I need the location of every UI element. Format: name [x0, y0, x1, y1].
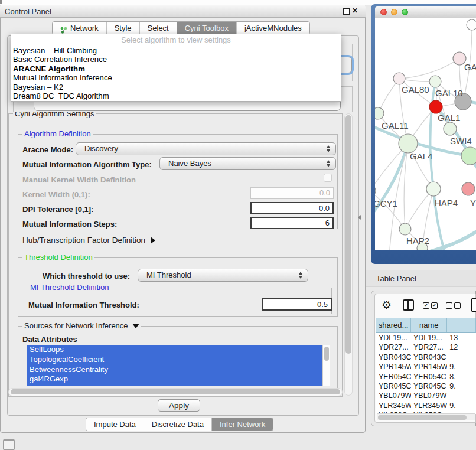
network-node-hap2[interactable] [399, 223, 411, 235]
control-panel-titlebar [0, 5, 366, 18]
document-icon[interactable] [471, 298, 476, 312]
network-node-gal1[interactable] [429, 100, 442, 113]
data-attributes-list[interactable]: SelfLoopsTopologicalCoefficientBetweenne… [27, 345, 322, 386]
table-horizontal-scrollbar[interactable] [377, 413, 475, 420]
algorithm-option[interactable]: Mutual Information Inference [11, 73, 341, 82]
tab-select[interactable]: Select [139, 22, 177, 34]
network-node[interactable] [467, 19, 476, 30]
network-node[interactable] [461, 147, 476, 165]
bottom-tab-infer-network[interactable]: Infer Network [211, 418, 273, 431]
network-canvas[interactable]: GALGAL80GAL10GAL1GAL11SWI4GAL4GCY1HAP4YH… [375, 18, 476, 250]
attribute-list-item[interactable]: TopologicalCoefficient [27, 355, 322, 365]
table-row[interactable]: YDL19...YDL19...13 [376, 333, 476, 343]
network-node-y[interactable] [462, 182, 475, 195]
table-row[interactable]: YPR145WYPR145W9. [376, 362, 476, 371]
table-row[interactable]: YBL079WYBL079W [376, 391, 476, 400]
table-column-header[interactable] [447, 318, 476, 332]
settings-vscrollbar-thumb[interactable] [345, 115, 351, 354]
tab-label: Select [148, 22, 169, 34]
settings-vertical-scrollbar[interactable] [344, 113, 353, 396]
sources-expander[interactable]: Sources for Network Inference [22, 322, 141, 330]
aracne-mode-combobox[interactable]: Discovery [76, 142, 336, 155]
combo-spinner-icon [327, 160, 330, 167]
tab-cyni-toolbox[interactable]: Cyni Toolbox [177, 22, 236, 34]
algorithm-option[interactable]: ARACNE Algorithm [11, 64, 341, 73]
mi-type-label: Mutual Information Algorithm Type: [22, 160, 152, 169]
table-row[interactable]: YBR045CYBR045C9. [376, 381, 476, 391]
table-row[interactable]: YER054CYER054C8. [376, 372, 476, 381]
attribute-list-item[interactable]: gal4RGexp [27, 374, 322, 384]
network-node-gal10[interactable] [429, 76, 441, 87]
table-cell: 13 [447, 333, 476, 343]
close-icon[interactable]: ✕ [352, 6, 358, 15]
tab-jactivemnodules[interactable]: jActiveMNodules [236, 22, 309, 34]
table-row[interactable]: YDR27...YDR27...12 [376, 343, 476, 352]
network-node-hap4[interactable] [426, 182, 441, 196]
algorithm-option[interactable]: Bayesian – K2 [11, 83, 341, 92]
collapsed-panel-icon[interactable] [3, 439, 15, 450]
table-cell: YDR27... [411, 343, 447, 352]
gear-icon[interactable]: ⚙ [382, 298, 392, 312]
sources-title: Sources for Network Inference [24, 321, 128, 330]
aracne-mode-value: Discovery [76, 143, 327, 155]
algorithm-option[interactable]: Basic Correlation Inference [11, 55, 341, 64]
network-node-swi4[interactable] [444, 122, 457, 135]
deselect-all-checkboxes-icon[interactable] [446, 302, 461, 309]
hub-definition-expander[interactable]: Hub/Transcription Factor Definition [22, 236, 155, 244]
mi-type-value: Naive Bayes [160, 158, 327, 169]
network-edge[interactable] [375, 191, 405, 229]
table-hscrollbar-thumb[interactable] [378, 415, 467, 420]
table-cell [447, 391, 476, 400]
table-cell: 9. [447, 401, 476, 410]
attributes-list-scrollbar[interactable] [322, 345, 330, 386]
network-edge[interactable] [430, 81, 435, 189]
bottom-tab-discretize-data[interactable]: Discretize Data [144, 418, 211, 431]
float-window-icon[interactable] [343, 8, 350, 15]
dpi-tolerance-field[interactable]: 0.0 [250, 202, 334, 214]
tab-network[interactable]: Network [53, 22, 106, 34]
table-column-header[interactable]: shared... [376, 318, 411, 332]
mi-type-combobox[interactable]: Naive Bayes [159, 157, 336, 170]
apply-button[interactable]: Apply [158, 399, 200, 412]
table-column-header[interactable]: name [411, 318, 447, 332]
network-node-gal4[interactable] [399, 134, 418, 153]
kernel-width-field[interactable]: 0.0 [250, 187, 334, 199]
zoom-traffic-light-icon[interactable] [402, 9, 408, 15]
network-node-label: SWI4 [450, 136, 472, 146]
algorithm-dropdown-popup: Select algorithm to view settings Bayesi… [11, 34, 341, 102]
collapsed-arrow-icon[interactable] [151, 237, 155, 244]
select-all-checkboxes-icon[interactable]: ✓ ✓ [423, 302, 438, 309]
expanded-arrow-icon[interactable] [132, 324, 139, 328]
network-edge[interactable] [375, 144, 408, 220]
table-row[interactable]: YBR043CYBR043C [376, 353, 476, 362]
close-traffic-light-icon[interactable] [380, 9, 387, 15]
mi-threshold-field[interactable]: 0.5 [262, 298, 332, 311]
tab-style[interactable]: Style [106, 22, 139, 34]
mi-steps-field[interactable]: 6 [250, 217, 334, 229]
combo-spinner-icon [299, 272, 302, 279]
threshold-definition-title: Threshold Definition [22, 253, 94, 261]
network-node-gal11[interactable] [375, 107, 384, 119]
bottom-tab-impute-data[interactable]: Impute Data [86, 418, 144, 431]
settings-hscrollbar-thumb[interactable] [11, 389, 340, 394]
network-node-gal80[interactable] [393, 73, 405, 84]
which-threshold-value: MI Threshold [138, 269, 299, 281]
network-window-titlebar[interactable] [375, 6, 476, 18]
mi-steps-label: Mutual Information Steps: [22, 220, 117, 229]
mi-threshold-definition-title: MI Threshold Definition [28, 283, 110, 291]
which-threshold-combobox[interactable]: MI Threshold [138, 269, 308, 282]
network-graph[interactable]: GALGAL80GAL10GAL1GAL11SWI4GAL4GCY1HAP4YH… [375, 18, 476, 250]
minimize-traffic-light-icon[interactable] [391, 9, 397, 15]
attribute-list-item[interactable]: BetweennessCentrality [27, 365, 322, 375]
network-edge[interactable] [399, 58, 459, 79]
algorithm-option[interactable]: Bayesian – Hill Climbing [11, 46, 341, 55]
columns-icon[interactable] [403, 299, 414, 311]
settings-horizontal-scrollbar[interactable] [8, 388, 343, 396]
attribute-list-item[interactable]: SelfLoops [27, 345, 322, 355]
attributes-scrollbar-thumb[interactable] [324, 347, 329, 361]
hub-definition-label: Hub/Transcription Factor Definition [22, 236, 145, 244]
algorithm-option[interactable]: Dream8 DC_TDC Algorithm [11, 92, 341, 100]
split-pane-collapse-icon[interactable] [358, 215, 361, 220]
table-row[interactable]: YLR345WYLR345W9. [376, 401, 476, 410]
manual-kernel-checkbox[interactable] [324, 174, 332, 182]
